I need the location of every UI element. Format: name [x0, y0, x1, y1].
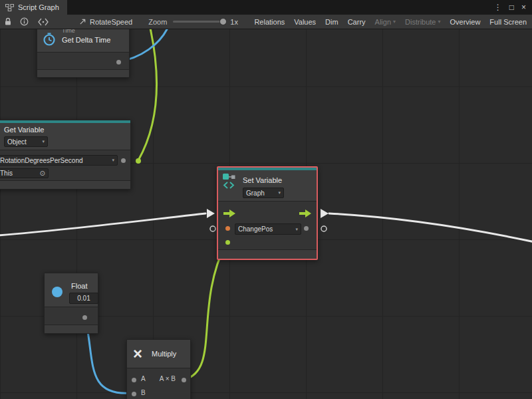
relations-button[interactable]: Relations — [254, 18, 285, 26]
overview-label: Overview — [450, 18, 481, 26]
timer-icon — [42, 32, 57, 47]
value-output-port[interactable] — [304, 226, 309, 231]
toolbar-buttons: Relations Values Dim Carry Align ▾ Distr… — [254, 18, 532, 26]
node-multiply[interactable]: × Multiply A A × B B — [126, 339, 191, 399]
maximize-icon[interactable]: □ — [509, 3, 514, 11]
graph-canvas[interactable]: Time Get Delta Time Get Variable Object … — [0, 29, 532, 399]
variable-scope-dropdown[interactable]: Object ▾ — [4, 136, 48, 147]
graph-toolbar: RotateSpeed Zoom 1x Relations Values Dim… — [0, 15, 532, 29]
values-button[interactable]: Values — [294, 18, 316, 26]
object-target-field[interactable]: This ⊙ — [0, 168, 49, 178]
wire-variable-top[interactable] — [138, 29, 157, 160]
dim-button[interactable]: Dim — [325, 18, 338, 26]
node-footer — [37, 69, 129, 77]
node-title: Multiply — [152, 350, 176, 358]
window-controls: ⋮ □ × — [494, 0, 532, 15]
node-footer — [218, 249, 317, 259]
result-port[interactable] — [182, 378, 186, 382]
port-ring-left[interactable] — [210, 226, 215, 231]
zoom-slider[interactable] — [173, 21, 225, 23]
node-category: Time — [62, 29, 75, 34]
variable-scope-dropdown[interactable]: Graph ▾ — [243, 188, 284, 198]
variable-name-dropdown[interactable]: ChangePos ▾ — [235, 223, 301, 235]
kebab-menu-icon[interactable]: ⋮ — [494, 3, 502, 11]
node-get-variable[interactable]: Get Variable Object ▾ RotationDegreesPer… — [0, 120, 131, 190]
info-icon[interactable] — [20, 17, 29, 26]
align-button[interactable]: Align ▾ — [375, 18, 396, 26]
chevron-down-icon: ▾ — [109, 158, 114, 163]
carry-button[interactable]: Carry — [348, 18, 366, 26]
node-title: Get Variable — [4, 126, 44, 134]
node-footer — [0, 180, 130, 189]
close-icon[interactable]: × — [521, 3, 526, 11]
graph-name: RotateSpeed — [90, 18, 132, 26]
node-title: Set Variable — [243, 176, 282, 184]
wire-flow-in[interactable] — [0, 213, 205, 235]
value-input-port[interactable] — [225, 240, 230, 245]
object-picker-icon[interactable]: ⊙ — [40, 170, 45, 177]
lock-icon[interactable] — [4, 17, 12, 26]
zoom-label: Zoom — [148, 18, 167, 26]
chevron-down-icon: ▾ — [438, 19, 441, 25]
value-output-port[interactable] — [121, 158, 126, 163]
multiply-icon: × — [133, 346, 142, 362]
chevron-down-icon: ▾ — [393, 19, 396, 25]
variable-name-value: ChangePos — [238, 225, 273, 233]
result-label: A × B — [160, 375, 176, 382]
scope-value: Object — [7, 138, 27, 146]
flow-out-arrow-icon[interactable] — [299, 209, 311, 217]
node-title: Float — [71, 282, 87, 290]
input-a-port[interactable] — [132, 378, 136, 382]
flow-in-arrow-icon[interactable] — [223, 209, 235, 217]
scope-value: Graph — [246, 190, 265, 197]
code-icon[interactable] — [38, 18, 49, 26]
carry-label: Carry — [348, 18, 366, 26]
dim-label: Dim — [325, 18, 338, 26]
node-get-delta-time[interactable]: Time Get Delta Time — [37, 29, 130, 78]
script-graph-icon — [5, 4, 14, 11]
chevron-down-icon: ▾ — [293, 227, 298, 232]
wire-end-dot[interactable] — [136, 158, 141, 164]
relations-label: Relations — [254, 18, 285, 26]
float-icon — [52, 287, 63, 297]
variable-name-value: RotationDegreesPerSecond — [0, 157, 83, 164]
node-title: Get Delta Time — [62, 36, 110, 44]
input-b-label: B — [141, 389, 146, 396]
delta-time-output-port[interactable] — [116, 60, 121, 65]
zoom-value: 1x — [230, 18, 238, 26]
graph-breadcrumb[interactable]: RotateSpeed — [79, 18, 132, 26]
full-screen-label: Full Screen — [489, 18, 527, 26]
values-label: Values — [294, 18, 316, 26]
distribute-label: Distribute — [405, 18, 436, 26]
variable-name-dropdown[interactable]: RotationDegreesPerSecond ▾ — [0, 155, 118, 166]
chevron-down-icon: ▾ — [39, 139, 45, 144]
distribute-button[interactable]: Distribute ▾ — [405, 18, 440, 26]
full-screen-button[interactable]: Full Screen — [489, 18, 527, 26]
float-output-port[interactable] — [82, 315, 87, 320]
input-b-port[interactable] — [132, 392, 136, 396]
input-a-label: A — [141, 375, 146, 382]
tab-script-graph[interactable]: Script Graph — [0, 0, 67, 15]
set-variable-icon — [221, 172, 239, 190]
node-set-variable[interactable]: Set Variable Graph ▾ ChangePos ▾ — [217, 166, 318, 260]
tab-bar: Script Graph ⋮ □ × — [0, 0, 532, 15]
align-label: Align — [375, 18, 391, 26]
tab-title: Script Graph — [18, 3, 59, 11]
node-float[interactable]: Float 0.01 — [44, 273, 98, 334]
node-footer — [45, 325, 98, 333]
chevron-down-icon: ▾ — [275, 190, 281, 196]
port-ring-right[interactable] — [321, 226, 327, 231]
wire-flow-out[interactable] — [329, 213, 532, 242]
overview-button[interactable]: Overview — [450, 18, 481, 26]
target-value: This — [0, 170, 13, 177]
float-value-field[interactable]: 0.01 — [69, 293, 98, 304]
float-value: 0.01 — [77, 295, 90, 302]
zoom-slider-handle[interactable] — [219, 18, 227, 25]
flow-arrow-out-icon[interactable] — [321, 209, 329, 218]
flow-arrow-in-icon[interactable] — [207, 209, 215, 218]
graph-pointer-icon — [79, 18, 86, 25]
name-input-port[interactable] — [225, 226, 230, 231]
